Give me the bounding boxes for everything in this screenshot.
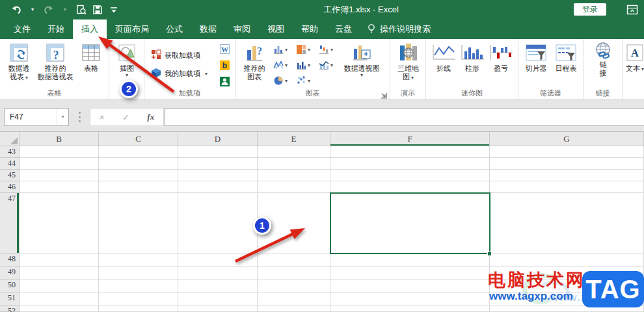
row-header-49[interactable]: 49 xyxy=(0,266,20,280)
get-addins-button[interactable]: 获取加载项 xyxy=(151,49,200,61)
print-preview-icon[interactable] xyxy=(75,4,87,16)
ribbon-display-options-icon[interactable] xyxy=(626,4,638,16)
cell-F52[interactable] xyxy=(330,306,490,312)
insert-bar-chart-button[interactable] xyxy=(296,60,310,70)
cell-E49[interactable] xyxy=(258,266,330,280)
cell-B44[interactable] xyxy=(20,158,99,170)
tell-me-search[interactable]: 操作说明搜索 xyxy=(360,20,437,39)
cell-B47[interactable] xyxy=(20,193,99,254)
cell-B51[interactable] xyxy=(20,292,99,306)
column-header-C[interactable]: C xyxy=(99,132,178,146)
tab-page-layout[interactable]: 页面布局 xyxy=(107,20,157,39)
column-header-B[interactable]: B xyxy=(20,132,99,146)
cell-B48[interactable] xyxy=(20,254,99,266)
column-header-G[interactable]: G xyxy=(490,132,644,146)
insert-line-chart-button[interactable] xyxy=(273,60,288,70)
cell-B43[interactable] xyxy=(20,146,99,158)
undo-dropdown-icon[interactable]: ▾ xyxy=(27,4,38,16)
cell-E48[interactable] xyxy=(258,254,330,266)
cell-E52[interactable] xyxy=(258,306,330,312)
people-graph-addin-icon[interactable] xyxy=(220,77,230,89)
cell-D44[interactable] xyxy=(178,158,258,170)
cell-D47[interactable] xyxy=(178,193,258,254)
cell-D46[interactable] xyxy=(178,181,258,193)
cell-C49[interactable] xyxy=(99,266,178,280)
tab-help[interactable]: 帮助 xyxy=(293,20,327,39)
sparkline-column-button[interactable]: 柱形 xyxy=(458,41,487,73)
cell-E51[interactable] xyxy=(258,292,330,306)
cell-D48[interactable] xyxy=(178,254,258,266)
cell-C51[interactable] xyxy=(99,292,178,306)
cell-C48[interactable] xyxy=(99,254,178,266)
select-all-corner[interactable] xyxy=(0,132,20,146)
row-header-50[interactable]: 50 xyxy=(0,280,20,292)
insert-column-chart-button[interactable] xyxy=(273,44,288,55)
text-button[interactable]: A 文本 xyxy=(625,41,644,73)
fill-handle[interactable] xyxy=(487,252,492,256)
cell-E46[interactable] xyxy=(258,181,330,193)
column-header-E[interactable]: E xyxy=(258,132,330,146)
insert-scatter-chart-button[interactable] xyxy=(296,75,310,86)
cell-F50[interactable] xyxy=(330,280,490,292)
row-header-46[interactable]: 46 xyxy=(0,181,20,193)
illustrations-button[interactable]: 插图 ▾ xyxy=(112,41,142,78)
tab-view[interactable]: 视图 xyxy=(259,20,293,39)
cell-B45[interactable] xyxy=(20,170,99,181)
row-header-43[interactable]: 43 xyxy=(0,146,20,158)
cell-F43[interactable] xyxy=(330,146,490,158)
login-button[interactable]: 登录 xyxy=(574,3,606,16)
cell-E50[interactable] xyxy=(258,280,330,292)
my-addins-button[interactable]: 我的加载项 xyxy=(151,68,208,79)
cell-F46[interactable] xyxy=(330,181,490,193)
cell-E45[interactable] xyxy=(258,170,330,181)
recommended-pivottables-button[interactable]: ? 推荐的 数据透视表 xyxy=(36,41,75,81)
tab-home[interactable]: 开始 xyxy=(39,20,73,39)
cell-G43[interactable] xyxy=(490,146,644,158)
name-box-dropdown-icon[interactable]: ▾ xyxy=(57,109,68,125)
cell-G46[interactable] xyxy=(490,181,644,193)
undo-icon[interactable] xyxy=(10,4,22,16)
cell-F49[interactable] xyxy=(330,266,490,280)
cell-D52[interactable] xyxy=(178,306,258,312)
cell-F45[interactable] xyxy=(330,170,490,181)
row-header-47[interactable]: 47 xyxy=(0,193,20,254)
row-header-52[interactable]: 52 xyxy=(0,306,20,312)
cell-D51[interactable] xyxy=(178,292,258,306)
pivotchart-button[interactable]: 数据透视图 ▾ xyxy=(340,41,384,78)
cell-D43[interactable] xyxy=(178,146,258,158)
cell-C45[interactable] xyxy=(99,170,178,181)
formula-input[interactable] xyxy=(165,108,644,126)
insert-hierarchy-chart-button[interactable] xyxy=(296,44,310,55)
customize-qat-icon[interactable] xyxy=(108,4,120,16)
tab-insert[interactable]: 插入 xyxy=(73,20,107,39)
column-header-F[interactable]: F xyxy=(330,132,490,146)
table-button[interactable]: 表格 xyxy=(76,41,106,73)
cell-B52[interactable] xyxy=(20,306,99,312)
pivottable-button[interactable]: 数据透 视表 xyxy=(3,41,35,82)
cell-B50[interactable] xyxy=(20,280,99,292)
cell-C43[interactable] xyxy=(99,146,178,158)
redo-icon[interactable] xyxy=(43,4,55,16)
cell-G48[interactable] xyxy=(490,254,644,266)
pivotchart-dropdown-icon[interactable]: ▾ xyxy=(340,73,384,78)
insert-function-icon[interactable]: fx xyxy=(147,112,154,122)
sparkline-line-button[interactable]: 折线 xyxy=(429,41,458,73)
cell-D50[interactable] xyxy=(178,280,258,292)
cancel-icon[interactable]: × xyxy=(100,112,105,122)
illustrations-dropdown-icon[interactable]: ▾ xyxy=(112,73,142,78)
cell-F48[interactable] xyxy=(330,254,490,266)
cell-C50[interactable] xyxy=(99,280,178,292)
cell-F51[interactable] xyxy=(330,292,490,306)
insert-combo-chart-button[interactable] xyxy=(319,60,333,70)
insert-pie-chart-button[interactable] xyxy=(273,75,288,86)
map3d-button[interactable]: 三维地 图 xyxy=(392,41,424,82)
timeline-button[interactable]: 日程表 xyxy=(551,41,581,73)
cell-D45[interactable] xyxy=(178,170,258,181)
cell-E43[interactable] xyxy=(258,146,330,158)
recommended-charts-button[interactable]: ? 推荐的 图表 xyxy=(237,41,271,81)
cell-C46[interactable] xyxy=(99,181,178,193)
row-header-51[interactable]: 51 xyxy=(0,292,20,306)
cell-E44[interactable] xyxy=(258,158,330,170)
wikipedia-addin-icon[interactable]: W xyxy=(220,44,230,57)
slicer-button[interactable]: 切片器 xyxy=(522,41,550,73)
